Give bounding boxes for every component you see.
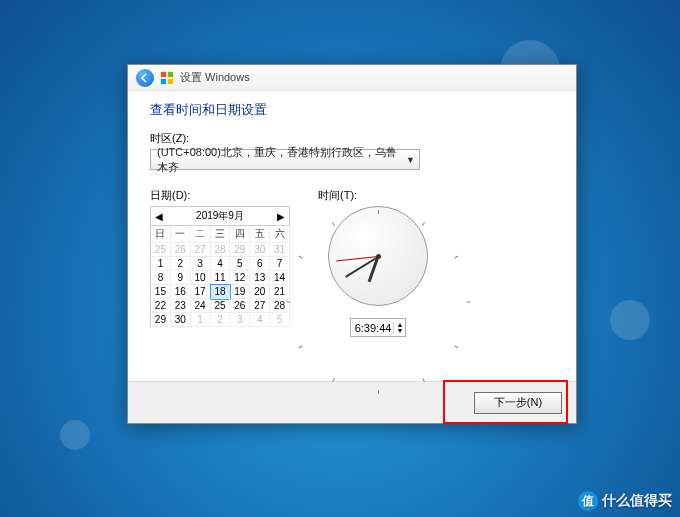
date-column: 日期(D): ◀ 2019年9月 ▶ 日一二三四五六25262728293031…: [150, 188, 290, 337]
calendar-day[interactable]: 1: [191, 313, 211, 327]
calendar-day[interactable]: 31: [270, 243, 290, 257]
calendar-day[interactable]: 3: [191, 257, 211, 271]
calendar-day[interactable]: 9: [171, 271, 191, 285]
calendar-day[interactable]: 30: [250, 243, 270, 257]
calendar-day[interactable]: 12: [230, 271, 250, 285]
windows-flag-icon: [160, 71, 174, 85]
window-body: 查看时间和日期设置 时区(Z): (UTC+08:00)北京，重庆，香港特别行政…: [128, 91, 576, 381]
timezone-dropdown[interactable]: (UTC+08:00)北京，重庆，香港特别行政区，乌鲁木齐 ▼: [150, 149, 420, 170]
svg-rect-3: [168, 78, 173, 83]
calendar-title: 2019年9月: [196, 209, 244, 223]
time-spinner[interactable]: ▲ ▼: [393, 322, 403, 334]
calendar-day[interactable]: 25: [211, 299, 231, 313]
calendar-day[interactable]: 4: [250, 313, 270, 327]
calendar-day[interactable]: 30: [171, 313, 191, 327]
window-footer: 下一步(N): [128, 381, 576, 423]
svg-rect-1: [168, 71, 173, 76]
calendar-day[interactable]: 10: [191, 271, 211, 285]
timezone-value: (UTC+08:00)北京，重庆，香港特别行政区，乌鲁木齐: [157, 145, 406, 175]
calendar-day[interactable]: 2: [211, 313, 231, 327]
calendar-day[interactable]: 27: [191, 243, 211, 257]
calendar-dow: 一: [171, 226, 191, 243]
calendar-day[interactable]: 28: [211, 243, 231, 257]
calendar-day[interactable]: 14: [270, 271, 290, 285]
watermark: 值 什么值得买: [578, 491, 672, 511]
calendar-day[interactable]: 5: [270, 313, 290, 327]
back-arrow-icon: [140, 73, 150, 83]
calendar-day[interactable]: 4: [211, 257, 231, 271]
calendar-day[interactable]: 21: [270, 285, 290, 299]
watermark-badge-icon: 值: [578, 491, 598, 511]
time-label: 时间(T):: [318, 188, 438, 203]
calendar-day[interactable]: 29: [151, 313, 171, 327]
calendar-day[interactable]: 17: [191, 285, 211, 299]
next-button[interactable]: 下一步(N): [474, 392, 562, 414]
setup-window: 设置 Windows 查看时间和日期设置 时区(Z): (UTC+08:00)北…: [127, 64, 577, 424]
svg-rect-0: [161, 71, 166, 76]
calendar-next-button[interactable]: ▶: [277, 211, 285, 222]
window-header: 设置 Windows: [128, 65, 576, 91]
calendar-day[interactable]: 18: [211, 285, 231, 299]
calendar-day[interactable]: 26: [171, 243, 191, 257]
calendar-day[interactable]: 29: [230, 243, 250, 257]
date-label: 日期(D):: [150, 188, 290, 203]
watermark-text: 什么值得买: [602, 492, 672, 510]
calendar-day[interactable]: 8: [151, 271, 171, 285]
calendar[interactable]: ◀ 2019年9月 ▶ 日一二三四五六252627282930311234567…: [150, 206, 290, 327]
chevron-down-icon: ▼: [406, 155, 415, 165]
calendar-day[interactable]: 13: [250, 271, 270, 285]
calendar-day[interactable]: 6: [250, 257, 270, 271]
calendar-day[interactable]: 22: [151, 299, 171, 313]
calendar-dow: 日: [151, 226, 171, 243]
clock-center-pin: [376, 254, 381, 259]
calendar-prev-button[interactable]: ◀: [155, 211, 163, 222]
calendar-header: ◀ 2019年9月 ▶: [151, 207, 290, 226]
calendar-day[interactable]: 24: [191, 299, 211, 313]
calendar-dow: 二: [191, 226, 211, 243]
calendar-day[interactable]: 11: [211, 271, 231, 285]
page-heading: 查看时间和日期设置: [150, 101, 554, 119]
calendar-day[interactable]: 2: [171, 257, 191, 271]
calendar-day[interactable]: 7: [270, 257, 290, 271]
calendar-dow: 六: [270, 226, 290, 243]
calendar-dow: 五: [250, 226, 270, 243]
time-value: 6:39:44: [355, 322, 392, 334]
calendar-day[interactable]: 23: [171, 299, 191, 313]
calendar-day[interactable]: 26: [230, 299, 250, 313]
calendar-day[interactable]: 1: [151, 257, 171, 271]
calendar-day[interactable]: 5: [230, 257, 250, 271]
back-button[interactable]: [136, 69, 154, 87]
calendar-day[interactable]: 3: [230, 313, 250, 327]
calendar-day[interactable]: 25: [151, 243, 171, 257]
svg-rect-2: [161, 78, 166, 83]
calendar-day[interactable]: 20: [250, 285, 270, 299]
spinner-down-icon[interactable]: ▼: [396, 328, 403, 334]
time-column: 时间(T): 6:39:44 ▲ ▼: [318, 188, 438, 337]
analog-clock: [328, 206, 428, 306]
calendar-day[interactable]: 15: [151, 285, 171, 299]
calendar-day[interactable]: 27: [250, 299, 270, 313]
calendar-day[interactable]: 16: [171, 285, 191, 299]
calendar-grid: 日一二三四五六252627282930311234567891011121314…: [151, 226, 290, 327]
time-input[interactable]: 6:39:44 ▲ ▼: [350, 318, 407, 337]
calendar-dow: 三: [211, 226, 231, 243]
calendar-dow: 四: [230, 226, 250, 243]
calendar-day[interactable]: 19: [230, 285, 250, 299]
window-title: 设置 Windows: [180, 70, 250, 85]
